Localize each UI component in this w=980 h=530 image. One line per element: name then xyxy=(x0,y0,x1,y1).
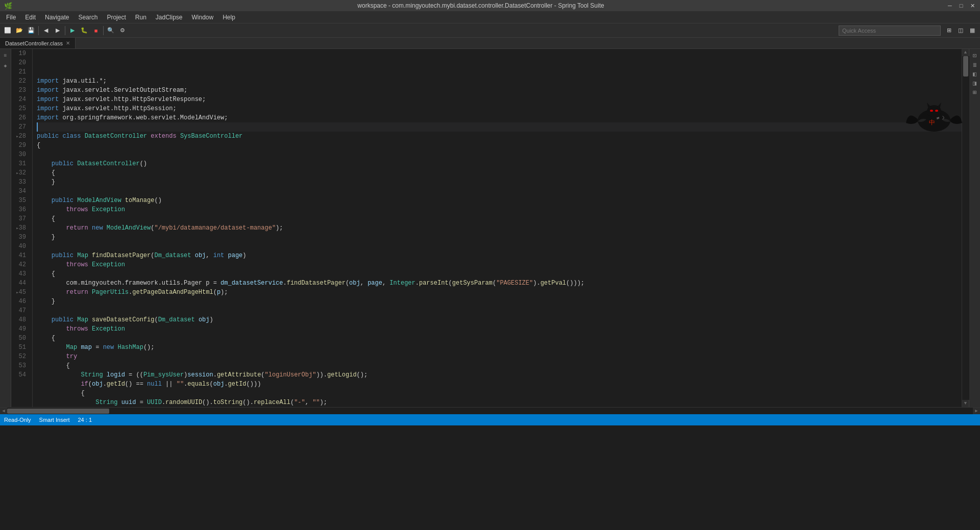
toolbar-view2[interactable]: ▦ xyxy=(967,25,978,36)
horizontal-scrollbar[interactable]: ◀ ▶ xyxy=(0,407,980,414)
toolbar-settings[interactable]: ⚙ xyxy=(117,25,128,36)
h-scroll-thumb[interactable] xyxy=(7,409,109,414)
title-text: workspace - com.mingyoutech.mybi.dataset… xyxy=(15,2,946,9)
vertical-scrollbar[interactable]: ▲ ▼ xyxy=(962,49,969,407)
toolbar-debug[interactable]: 🐛 xyxy=(79,25,90,36)
scroll-thumb[interactable] xyxy=(963,56,968,77)
scroll-down-arrow[interactable]: ▼ xyxy=(962,400,969,407)
line-number: ▸38 xyxy=(11,223,28,233)
toolbar-sep2 xyxy=(65,26,65,35)
right-sidebar-icon-2[interactable]: ≣ xyxy=(970,60,979,69)
code-line: { xyxy=(37,361,962,370)
menu-window[interactable]: Window xyxy=(188,13,218,22)
h-scroll-right-arrow[interactable]: ▶ xyxy=(973,408,980,415)
line-number: 22 xyxy=(11,77,28,86)
line-number: 50 xyxy=(11,334,28,343)
code-wrapper: DatasetController.class ✕ ≡ ◈ 1920212223… xyxy=(0,38,980,414)
code-line: public class DatasetController extends S… xyxy=(37,132,962,141)
code-line: return PagerUtils.getPageDataAndPageHtml… xyxy=(37,288,962,297)
line-number: 23 xyxy=(11,86,28,95)
right-sidebar-icon-4[interactable]: ◨ xyxy=(970,79,979,88)
menu-jadclipse[interactable]: JadClipse xyxy=(152,13,187,22)
left-sidebar: ≡ ◈ xyxy=(0,49,11,407)
toolbar-perspective[interactable]: ⊞ xyxy=(943,25,954,36)
maximize-button[interactable]: □ xyxy=(958,2,965,9)
right-sidebar: ⊡ ≣ ◧ ◨ ⊞ xyxy=(969,49,980,407)
line-number: 51 xyxy=(11,343,28,352)
status-position: 24 : 1 xyxy=(78,417,92,423)
menu-file[interactable]: File xyxy=(2,13,20,22)
sidebar-icon-2[interactable]: ◈ xyxy=(1,61,10,70)
toolbar-save[interactable]: 💾 xyxy=(26,25,37,36)
line-number: 31 xyxy=(11,159,28,168)
right-sidebar-icon-5[interactable]: ⊞ xyxy=(970,88,979,97)
line-number: 41 xyxy=(11,251,28,260)
toolbar-forward[interactable]: ▶ xyxy=(52,25,63,36)
code-content[interactable]: import java.util.*;import javax.servlet.… xyxy=(33,49,962,407)
toolbar-search[interactable]: 🔍 xyxy=(105,25,116,36)
menu-search[interactable]: Search xyxy=(74,13,102,22)
line-number: 54 xyxy=(11,370,28,380)
line-number: 47 xyxy=(11,306,28,315)
status-smart-insert: Smart Insert xyxy=(39,417,70,423)
toolbar-new[interactable]: ⬜ xyxy=(2,25,13,36)
close-button[interactable]: ✕ xyxy=(969,2,976,9)
line-number: 26 xyxy=(11,113,28,122)
code-line xyxy=(37,242,962,251)
code-line: { xyxy=(37,141,962,150)
line-number: 52 xyxy=(11,352,28,361)
h-scroll-left-arrow[interactable]: ◀ xyxy=(0,408,7,415)
toolbar: ⬜ 📂 💾 ◀ ▶ ▶ 🐛 ■ 🔍 ⚙ ⊞ ◫ ▦ xyxy=(0,23,980,38)
menu-run[interactable]: Run xyxy=(131,13,151,22)
code-line: { xyxy=(37,389,962,398)
code-line: if(obj.getId() == null || "".equals(obj.… xyxy=(37,380,962,389)
app-icon: 🌿 xyxy=(4,2,12,10)
code-line: public ModelAndView toManage() xyxy=(37,196,962,205)
code-area: ≡ ◈ 192021222324252627▸28293031▸32333435… xyxy=(0,49,980,407)
quick-access-input[interactable] xyxy=(839,26,941,36)
line-number: 21 xyxy=(11,67,28,77)
sidebar-icon-1[interactable]: ≡ xyxy=(1,51,10,60)
code-line: } xyxy=(37,297,962,306)
code-line xyxy=(37,187,962,196)
h-scroll-track[interactable] xyxy=(7,408,973,415)
toolbar-stop[interactable]: ■ xyxy=(90,25,102,36)
menu-project[interactable]: Project xyxy=(103,13,130,22)
line-number: 29 xyxy=(11,141,28,150)
code-line: { xyxy=(37,214,962,223)
code-line: public Map saveDatasetConfig(Dm_dataset … xyxy=(37,315,962,324)
line-number: 44 xyxy=(11,279,28,288)
scroll-track[interactable] xyxy=(962,56,969,400)
code-line: import javax.servlet.http.HttpServletRes… xyxy=(37,95,962,104)
menu-navigate[interactable]: Navigate xyxy=(41,13,73,22)
code-line: { xyxy=(37,334,962,343)
line-numbers: 192021222324252627▸28293031▸323334353637… xyxy=(11,49,33,407)
code-line: Map map = new HashMap(); xyxy=(37,343,962,352)
toolbar-back[interactable]: ◀ xyxy=(40,25,52,36)
toolbar-sep1 xyxy=(38,26,39,35)
line-number: 40 xyxy=(11,242,28,251)
code-line: throws Exception xyxy=(37,260,962,269)
toolbar-view1[interactable]: ◫ xyxy=(955,25,966,36)
line-number: 33 xyxy=(11,178,28,187)
code-line xyxy=(37,306,962,315)
toolbar-open[interactable]: 📂 xyxy=(14,25,25,36)
title-bar: 🌿 workspace - com.mingyoutech.mybi.datas… xyxy=(0,0,980,11)
line-number: 25 xyxy=(11,104,28,113)
code-line xyxy=(37,150,962,159)
line-number: 39 xyxy=(11,233,28,242)
toolbar-run[interactable]: ▶ xyxy=(67,25,78,36)
tab-bar: DatasetController.class ✕ xyxy=(0,38,980,49)
editor-tab[interactable]: DatasetController.class ✕ xyxy=(0,38,76,48)
menu-help[interactable]: Help xyxy=(218,13,239,22)
right-sidebar-icon-1[interactable]: ⊡ xyxy=(970,51,979,60)
minimize-button[interactable]: ─ xyxy=(946,2,953,9)
right-sidebar-icon-3[interactable]: ◧ xyxy=(970,69,979,79)
line-number: 49 xyxy=(11,324,28,334)
code-line: { xyxy=(37,269,962,279)
tab-close-button[interactable]: ✕ xyxy=(66,40,70,46)
code-line: return new ModelAndView("/mybi/datamanag… xyxy=(37,223,962,233)
code-line: try xyxy=(37,352,962,361)
menu-edit[interactable]: Edit xyxy=(21,13,40,22)
scroll-up-arrow[interactable]: ▲ xyxy=(962,49,969,56)
